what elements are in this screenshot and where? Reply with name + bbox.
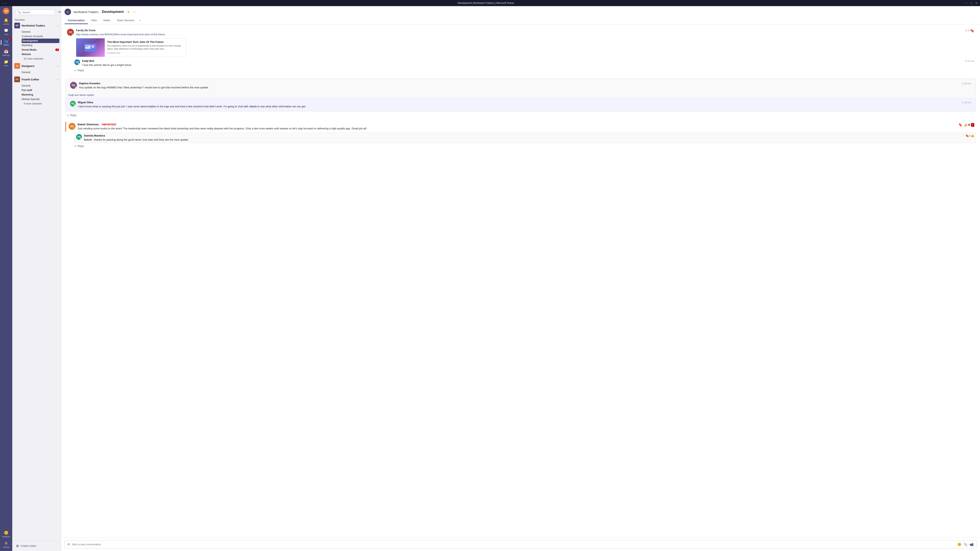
rail-label-meetings: Meetings (2, 54, 10, 56)
breadcrumb-separator: › (100, 10, 101, 13)
sidebar-content: Favorites NT Northwind Traders ··· Gener… (12, 17, 61, 541)
tab-add-button[interactable]: + (138, 17, 143, 24)
team-northwind-name: Northwind Traders (22, 24, 55, 27)
message-text-daniela: Babek , thanks for passing along the goo… (84, 138, 974, 142)
team-northwind-more[interactable]: ··· (57, 24, 59, 27)
channel-website[interactable]: Website (22, 52, 61, 57)
team-designers-logo: D (14, 63, 20, 69)
tab-notes[interactable]: Notes (100, 17, 114, 24)
attach-button[interactable]: 📎 (964, 542, 967, 546)
northwind-more-channels[interactable]: 32 more channels (22, 57, 61, 61)
message-content-kadji: Kadji Bell 11:02 am I love this article!… (82, 59, 974, 67)
reply-button-cecily[interactable]: ↩ Reply (65, 68, 976, 73)
svg-rect-4 (86, 46, 89, 46)
mention-babek[interactable]: Babek (84, 138, 92, 141)
star-button[interactable]: ★ (127, 10, 130, 14)
bookmark-icon-babek[interactable]: 🔖 (958, 123, 963, 127)
create-team-icon: ⊕ (16, 544, 19, 548)
team-fourth-coffee-header[interactable]: FC Fourth Coffee ··· (12, 75, 61, 83)
reply-icon-cecily: ↩ (74, 69, 76, 72)
video-button[interactable]: 📹 (970, 542, 974, 546)
rail-label-activity: Activity (3, 23, 9, 25)
northwind-channels: General Customer Accounts Development Ma… (12, 30, 61, 61)
compose-input[interactable] (72, 543, 955, 546)
message-content-miguel: Miguel Silva 11:16 am I don't know what … (78, 101, 971, 109)
compose-icon[interactable]: ✏ (58, 10, 61, 14)
team-designers-more[interactable]: ··· (57, 64, 59, 68)
bookmark-icon-daniela[interactable]: 🔖 (966, 134, 969, 137)
sidebar-item-chat[interactable]: 💬 Chat (1, 27, 11, 37)
channel-more-button[interactable]: ··· (133, 10, 136, 14)
sidebar-item-meetings[interactable]: 📅 Meetings (1, 48, 11, 57)
channel-marketing-fc[interactable]: Marketing (22, 92, 61, 97)
channel-header-top: NT Northwind Traders › Development ★ ··· (65, 9, 977, 15)
close-button[interactable]: ✕ (975, 2, 978, 5)
message-header-daniela: Daniela Mandera 11:26am (84, 134, 974, 137)
avatar-babek: BS (68, 123, 76, 130)
channel-marketing-nt[interactable]: Marketing (22, 43, 61, 48)
channel-customer-accounts[interactable]: Customer Accounts (22, 34, 61, 38)
activity-icon: 🔔 (4, 18, 8, 22)
search-input[interactable] (22, 11, 53, 14)
channel-general-nt[interactable]: General (22, 30, 61, 34)
tab-conversation[interactable]: Conversation (65, 17, 88, 24)
fourth-coffee-more-channels[interactable]: 4 more channels (22, 102, 61, 106)
mention-jakob[interactable]: Jakob (249, 105, 257, 108)
message-author-miguel: Miguel Silva (78, 101, 93, 104)
avatar-kadji: KB (74, 59, 80, 65)
like-icon-daniela[interactable]: 👍 (970, 134, 974, 137)
sidebar-item-teams[interactable]: 2 👥 Teams (1, 38, 11, 47)
sidebar-item-activity[interactable]: 🔔 Activity (1, 17, 11, 26)
message-header-kadji: Kadji Bell 11:02 am (82, 59, 974, 62)
message-text-miguel: I don't know what is causing this just y… (78, 105, 971, 109)
message-author-daphne: Daphne Knowles (79, 82, 100, 85)
minimize-button[interactable]: ─ (965, 2, 967, 5)
channel-fun-stuff[interactable]: Fun stuff (22, 88, 61, 92)
message-content-babek: Babek Shammas !!IMPORTANT 11:24 am Just … (78, 123, 974, 130)
babek-msg-actions: 🔖 👍 6 ! (958, 123, 974, 127)
search-icon: 🔍 (18, 11, 21, 14)
important-badge: ! (971, 123, 974, 127)
thread-parent-daphne: DK Daphne Knowles 11:05 am Any update on… (65, 79, 976, 93)
back-button[interactable]: ‹ (2, 2, 3, 5)
channel-general-fc[interactable]: General (22, 83, 61, 88)
channel-weekly-specials[interactable]: Weekly Specials (22, 97, 61, 102)
team-fourth-coffee: FC Fourth Coffee ··· General Fun stuff M… (12, 75, 61, 106)
thread-block-daphne: DK Daphne Knowles 11:05 am Any update on… (65, 78, 976, 111)
breadcrumb-team[interactable]: Northwind Traders (73, 10, 99, 14)
sidebar-item-feedback[interactable]: 😊 Feedback (1, 529, 11, 539)
files-icon: 📁 (4, 60, 8, 64)
more-icon-daniela[interactable]: ··· (961, 134, 964, 137)
tab-team-services[interactable]: Team Services (114, 17, 138, 24)
maximize-button[interactable]: □ (970, 2, 972, 5)
reply-button-daphne[interactable]: ↩ Reply (65, 113, 976, 118)
title-bar-nav[interactable]: ‹ › (2, 2, 6, 5)
message-header-babek: Babek Shammas !!IMPORTANT 11:24 am (78, 123, 974, 126)
message-time-kadji: 11:02 am (965, 60, 974, 62)
thread-replies-label-daphne[interactable]: Kadji and Jakob replied (65, 93, 976, 98)
like-icon-babek[interactable]: 👍 (964, 123, 967, 127)
create-team-button[interactable]: ⊕ Create a team (14, 542, 59, 549)
reply-button-babek[interactable]: ↩ Reply (65, 144, 976, 148)
message-text-daphne: Any update on the bug #456892 that I fil… (79, 86, 971, 90)
team-designers-header[interactable]: D Designers ··· (12, 62, 61, 70)
team-designers-name: Designers (22, 65, 55, 68)
compose-box: A 😊 📎 📹 (65, 540, 977, 549)
sidebar-item-files[interactable]: 📁 Files (1, 58, 11, 68)
team-fourth-coffee-more[interactable]: ··· (57, 78, 59, 81)
message-tag-babek: !!IMPORTANT (100, 123, 117, 126)
team-northwind-header[interactable]: NT Northwind Traders ··· (12, 21, 61, 30)
social-media-badge: 2 (55, 49, 59, 51)
reply-icon-babek: ↩ (74, 144, 76, 148)
channel-social-media[interactable]: Social Media 2 (22, 48, 61, 52)
message-link-cecily[interactable]: http://www.contoso.com/3054433/the-most-… (76, 33, 165, 36)
team-northwind: NT Northwind Traders ··· General Custome… (12, 21, 61, 61)
format-icon[interactable]: A (68, 543, 70, 546)
avatar[interactable]: JD (3, 8, 10, 14)
teams-badge: 2 (7, 38, 10, 41)
sidebar-item-settings[interactable]: ⚙ Settings (1, 540, 11, 549)
channel-development[interactable]: Development (22, 38, 59, 43)
channel-general-d[interactable]: General (22, 70, 61, 75)
tab-files[interactable]: Files (88, 17, 100, 24)
emoji-button[interactable]: 😊 (957, 542, 961, 546)
